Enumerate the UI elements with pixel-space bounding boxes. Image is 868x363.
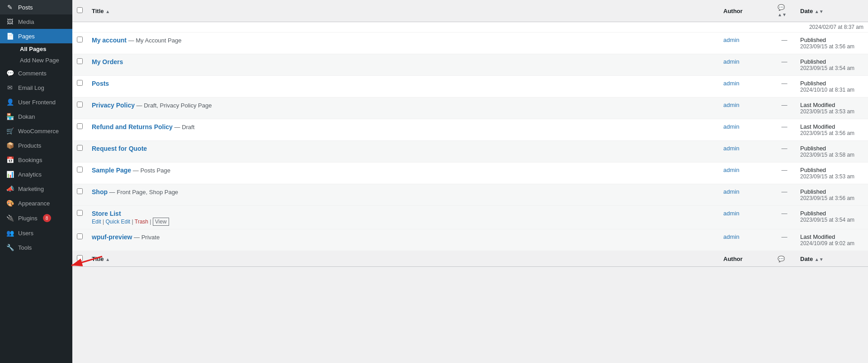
page-title-link[interactable]: My account: [92, 37, 127, 44]
sidebar-item-media[interactable]: 🖼 Media: [0, 14, 72, 29]
sidebar-label-pages: Pages: [18, 33, 35, 40]
sidebar-item-tools[interactable]: 🔧 Tools: [0, 240, 72, 255]
page-title-link[interactable]: Shop: [92, 188, 108, 195]
row-date-cell: Published2023/09/15 at 3:58 am: [796, 141, 868, 163]
date-value: 2024/10/10 at 8:31 am: [800, 87, 863, 93]
page-subtitle: — My Account Page: [127, 37, 181, 44]
sidebar-item-products[interactable]: 📦 Products: [0, 138, 72, 153]
row-checkbox-cell: [72, 76, 87, 98]
sidebar-item-appearance[interactable]: 🎨 Appearance: [0, 196, 72, 210]
page-title-link[interactable]: Request for Quote: [92, 145, 147, 152]
author-link[interactable]: admin: [723, 58, 739, 65]
row-checkbox[interactable]: [77, 188, 83, 194]
quick-edit-link[interactable]: Quick Edit: [105, 219, 130, 225]
sidebar-label-user-frontend: User Frontend: [18, 99, 56, 106]
page-title-link[interactable]: Sample Page: [92, 167, 131, 174]
author-link[interactable]: admin: [723, 233, 739, 240]
date-header-label: Date: [800, 8, 813, 14]
sidebar-item-dokan[interactable]: 🏪 Dokan: [0, 109, 72, 124]
sidebar-item-plugins[interactable]: 🔌 Plugins 8: [0, 210, 72, 226]
page-subtitle: — Posts Page: [131, 167, 170, 174]
footer-select-all-checkbox[interactable]: [77, 255, 83, 261]
author-header-label: Author: [723, 8, 743, 14]
date-status: Published: [800, 58, 863, 65]
author-link[interactable]: admin: [723, 123, 739, 130]
comments-header-icon: 💬: [778, 4, 785, 11]
row-checkbox[interactable]: [77, 37, 83, 42]
col-header-title[interactable]: Title ▲: [87, 0, 719, 22]
footer-date-label: Date: [800, 256, 813, 262]
email-icon: ✉: [5, 84, 14, 91]
author-link[interactable]: admin: [723, 145, 739, 152]
trash-link[interactable]: Trash: [135, 219, 148, 225]
row-checkbox[interactable]: [77, 58, 83, 64]
sidebar-subitem-add-new-page[interactable]: Add New Page: [5, 55, 72, 66]
sidebar-label-media: Media: [18, 19, 34, 25]
row-title-cell: Posts: [87, 76, 719, 98]
sidebar-item-comments[interactable]: 💬 Comments: [0, 66, 72, 80]
author-link[interactable]: admin: [723, 102, 739, 108]
sidebar-item-user-frontend[interactable]: 👤 User Frontend: [0, 95, 72, 109]
page-title-link[interactable]: Refund and Returns Policy: [92, 123, 173, 130]
row-comments-cell: —: [773, 54, 796, 76]
sidebar: ✎ Posts 🖼 Media 📄 Pages All Pages Add Ne…: [0, 0, 72, 363]
row-checkbox[interactable]: [77, 233, 83, 239]
page-title-link[interactable]: Posts: [92, 80, 109, 87]
row-checkbox[interactable]: [77, 167, 83, 172]
row-date-cell: Published2023/09/15 at 3:56 am: [796, 184, 868, 206]
author-link[interactable]: admin: [723, 80, 739, 87]
page-title-link[interactable]: wpuf-preview: [92, 233, 132, 241]
col-header-author[interactable]: Author: [719, 0, 773, 22]
author-link[interactable]: admin: [723, 210, 739, 217]
page-title-link[interactable]: My Orders: [92, 58, 123, 65]
sidebar-item-email-log[interactable]: ✉ Email Log: [0, 80, 72, 95]
sidebar-label-dokan: Dokan: [18, 113, 35, 120]
table-row: Privacy Policy — Draft, Privacy Policy P…: [72, 98, 868, 119]
footer-col-title[interactable]: Title ▲: [87, 251, 719, 267]
row-checkbox[interactable]: [77, 123, 83, 129]
sidebar-label-products: Products: [18, 142, 41, 149]
row-title-cell: Sample Page — Posts Page: [87, 163, 719, 184]
footer-col-author[interactable]: Author: [719, 251, 773, 267]
page-title-link[interactable]: Store List: [92, 210, 121, 217]
footer-col-date[interactable]: Date ▲▼: [796, 251, 868, 267]
page-subtitle: — Draft: [173, 124, 194, 130]
sidebar-label-plugins: Plugins: [18, 215, 38, 222]
sidebar-item-analytics[interactable]: 📊 Analytics: [0, 167, 72, 182]
col-header-comments[interactable]: 💬 ▲▼: [773, 0, 796, 22]
author-link[interactable]: admin: [723, 188, 739, 195]
sidebar-item-users[interactable]: 👥 Users: [0, 226, 72, 240]
sidebar-item-pages[interactable]: 📄 Pages: [0, 29, 72, 43]
row-author-cell: admin: [719, 119, 773, 141]
sidebar-item-posts[interactable]: ✎ Posts: [0, 0, 72, 14]
row-checkbox-cell: [72, 141, 87, 163]
table-row: Shop — Front Page, Shop Pageadmin—Publis…: [72, 184, 868, 206]
view-link[interactable]: View: [153, 218, 169, 226]
row-checkbox[interactable]: [77, 102, 83, 107]
row-date-cell: Last Modified2023/09/15 at 3:56 am: [796, 119, 868, 141]
title-header-label: Title: [92, 8, 104, 14]
table-row: Refund and Returns Policy — Draftadmin—L…: [72, 119, 868, 141]
top-date-row: 2024/02/07 at 8:37 am: [72, 22, 868, 33]
date-value: 2023/09/15 at 3:56 am: [800, 195, 863, 201]
page-title-link[interactable]: Privacy Policy: [92, 102, 135, 109]
row-checkbox[interactable]: [77, 145, 83, 151]
row-checkbox[interactable]: [77, 210, 83, 216]
sidebar-item-bookings[interactable]: 📅 Bookings: [0, 153, 72, 167]
date-value: 2023/09/15 at 3:53 am: [800, 108, 863, 115]
pages-submenu: All Pages Add New Page: [0, 43, 72, 66]
row-checkbox-cell: [72, 33, 87, 54]
author-link[interactable]: admin: [723, 37, 739, 43]
table-row: Postsadmin—Published2024/10/10 at 8:31 a…: [72, 76, 868, 98]
table-footer-row: Title ▲ Author 💬 Date ▲▼: [72, 251, 868, 267]
edit-link[interactable]: Edit: [92, 219, 101, 225]
sidebar-item-woocommerce[interactable]: 🛒 WooCommerce: [0, 124, 72, 138]
sidebar-item-marketing[interactable]: 📣 Marketing: [0, 182, 72, 196]
row-date-cell: Last Modified2024/10/09 at 9:02 am: [796, 229, 868, 251]
col-header-date[interactable]: Date ▲▼: [796, 0, 868, 22]
author-link[interactable]: admin: [723, 167, 739, 173]
row-checkbox[interactable]: [77, 80, 83, 86]
select-all-checkbox[interactable]: [77, 7, 83, 13]
sidebar-subitem-all-pages[interactable]: All Pages: [5, 43, 72, 55]
sidebar-label-posts: Posts: [18, 4, 33, 11]
